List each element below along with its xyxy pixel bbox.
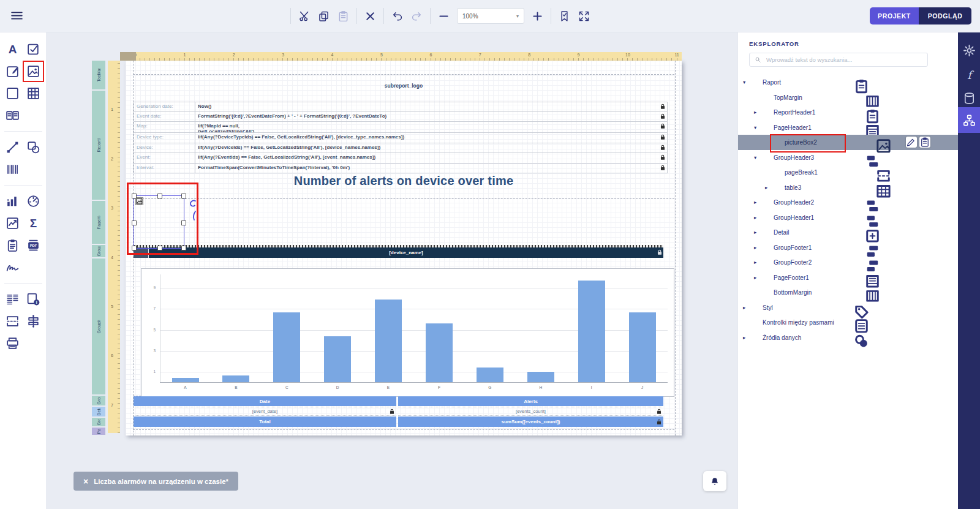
param-row[interactable]: Device type:Iif(Any(?DeviceTypeIds) == F…	[134, 133, 667, 143]
band-label-GroupHeader1[interactable]: GroupHeader1	[92, 396, 105, 405]
fullscreen-button[interactable]	[578, 10, 590, 23]
barcode-tool[interactable]	[5, 162, 20, 177]
shapes-tool[interactable]	[26, 140, 41, 155]
param-expression[interactable]: Iif(Any(?EventIds) == False, GetLocalize…	[195, 153, 667, 163]
resize-handle[interactable]	[132, 246, 137, 251]
subreport-tool[interactable]	[5, 108, 20, 123]
tree-item-pictureBox2[interactable]: pictureBox2	[738, 135, 958, 150]
tree-item-GroupFooter2[interactable]: ▸GroupFooter2	[738, 255, 958, 270]
tree-item-table3[interactable]: ▸table3	[738, 180, 958, 195]
subreport-logo-text[interactable]: subreport_logo	[126, 83, 682, 89]
chevron-right-icon[interactable]: ▸	[754, 245, 756, 251]
resize-handle[interactable]	[157, 194, 162, 198]
event-date-cell[interactable]: [event_date]	[134, 407, 396, 416]
chevron-down-icon[interactable]: ▾	[754, 155, 756, 160]
notifications-button[interactable]	[703, 471, 726, 491]
richtext-tool[interactable]	[5, 64, 20, 79]
picture-box-selected[interactable]	[134, 195, 184, 249]
tree-item-Kontrolki-między-pasmami[interactable]: Kontrolki między pasmami	[738, 315, 958, 330]
param-row[interactable]: Generation date:Now()	[134, 102, 667, 112]
band-label-ReportHeader1[interactable]: ReportHeader1	[92, 91, 105, 200]
text-tool[interactable]: A	[5, 42, 20, 57]
database-panel-button[interactable]	[962, 91, 976, 105]
band-label-GroupFooter1[interactable]: GroupFooter1	[92, 418, 105, 426]
date-header-cell[interactable]: Date	[134, 396, 396, 406]
preview-tab-button[interactable]: PODGLĄD	[919, 7, 971, 25]
sum-tool[interactable]: Σ	[26, 216, 41, 231]
param-expression[interactable]: Iif(Any(?DeviceTypeIds) == False, GetLoc…	[195, 133, 667, 143]
zoom-out-button[interactable]	[437, 10, 450, 23]
resize-handle[interactable]	[181, 246, 186, 251]
cut-button[interactable]	[298, 10, 311, 23]
band-label-TopMargin[interactable]: TopMargin	[92, 61, 105, 89]
resize-handle[interactable]	[157, 246, 162, 251]
functions-panel-button[interactable]: f	[962, 68, 976, 82]
chevron-right-icon[interactable]: ▸	[754, 200, 756, 205]
chevron-right-icon[interactable]: ▸	[754, 110, 756, 115]
param-expression[interactable]: Iif(?MapId == null, GetLocalizedString('…	[195, 122, 667, 132]
tree-item-GroupHeader3[interactable]: ▾GroupHeader3	[738, 150, 958, 165]
param-row[interactable]: Interval:FormatTimeSpan(ConvertMinutesTo…	[134, 164, 667, 173]
chevron-down-icon[interactable]: ▾	[754, 125, 756, 130]
chevron-right-icon[interactable]: ▸	[754, 275, 756, 281]
tree-item-BottomMargin[interactable]: BottomMargin	[738, 285, 958, 300]
resize-handle[interactable]	[181, 221, 186, 225]
zoom-select[interactable]: 100%▾	[457, 8, 524, 24]
list-tool[interactable]	[5, 292, 20, 307]
zoom-in-button[interactable]	[531, 10, 544, 23]
tree-item-pageBreak1[interactable]: pageBreak1	[738, 165, 958, 180]
tree-item-ReportHeader1[interactable]: ▸ReportHeader1	[738, 105, 958, 120]
tree-item-Źródła-danych[interactable]: ▸Źródła danych	[738, 330, 958, 345]
doc-check-button[interactable]	[558, 10, 571, 23]
tree-item-GroupFooter1[interactable]: ▸GroupFooter1	[738, 240, 958, 255]
device-name-band[interactable]: [device_name]	[134, 247, 663, 258]
band-label-GroupHeader2[interactable]: GroupHeader2	[92, 258, 105, 394]
chevron-right-icon[interactable]: ▸	[765, 185, 767, 190]
param-expression[interactable]: FormatString('{0:d}',?EventDateFrom) + '…	[195, 112, 667, 121]
param-row[interactable]: Event:Iif(Any(?EventIds) == False, GetLo…	[134, 153, 667, 164]
alerts-header-cell[interactable]: Alerts	[398, 396, 663, 406]
resize-handle[interactable]	[132, 194, 137, 198]
total-label-cell[interactable]: Total	[134, 417, 396, 427]
total-sum-cell[interactable]: sumSum([events_count])	[398, 417, 663, 427]
chevron-right-icon[interactable]: ▸	[754, 230, 756, 235]
settings-panel-button[interactable]	[962, 43, 976, 58]
tree-item-GroupHeader1[interactable]: ▸GroupHeader1	[738, 210, 958, 225]
band-label-Detail[interactable]: Detail	[92, 407, 105, 417]
param-expression[interactable]: Now()	[195, 102, 667, 111]
panel-tool[interactable]	[5, 86, 20, 101]
tree-item-GroupHeader2[interactable]: ▸GroupHeader2	[738, 195, 958, 210]
sparkline-tool[interactable]	[5, 216, 20, 231]
report-title-text[interactable]: Number of alerts on device over time	[126, 174, 682, 188]
tree-item-Raport[interactable]: ▾Raport	[738, 75, 958, 90]
chevron-right-icon[interactable]: ▸	[743, 305, 745, 311]
resize-handle[interactable]	[132, 221, 137, 225]
summary-data-row[interactable]: [event_date] [events_count]	[134, 407, 663, 416]
chevron-right-icon[interactable]: ▸	[743, 335, 745, 341]
band-label-PageFooter1[interactable]: PageFooter1	[92, 428, 105, 435]
device-name-field[interactable]: [device_name]	[149, 250, 663, 255]
tree-item-PageHeader1[interactable]: ▾PageHeader1	[738, 120, 958, 135]
chevron-down-icon[interactable]: ▾	[743, 80, 745, 85]
param-expression[interactable]: FormatTimeSpan(ConvertMinutesToTimeSpan(…	[195, 164, 667, 173]
resize-handle[interactable]	[181, 194, 186, 198]
tree-item-Styl[interactable]: ▸Styl	[738, 300, 958, 315]
close-icon[interactable]: ×	[83, 477, 88, 486]
signature-tool[interactable]	[5, 260, 20, 275]
param-row[interactable]: Map:Iif(?MapId == null, GetLocalizedStri…	[134, 122, 667, 133]
redo-button[interactable]	[410, 10, 423, 23]
bar-chart-object[interactable]: 13579ABCDEFGHIJ	[141, 268, 674, 397]
menu-button[interactable]	[9, 8, 24, 23]
copy-button[interactable]	[317, 10, 330, 23]
chevron-right-icon[interactable]: ▸	[754, 215, 756, 221]
report-page[interactable]: subreport_logo Generation date:Now()Even…	[126, 61, 682, 435]
printer-tool[interactable]	[5, 336, 20, 351]
design-canvas[interactable]: 01234567891011 1234567 TopMarginReportHe…	[46, 32, 737, 509]
tree-item-PageFooter1[interactable]: ▸PageFooter1	[738, 270, 958, 285]
summary-total-row[interactable]: Total sumSum([events_count])	[134, 417, 663, 427]
summary-header-row[interactable]: Date Alerts	[134, 396, 663, 406]
search-input[interactable]	[765, 56, 922, 64]
pagebreak-tool[interactable]	[5, 314, 20, 329]
events-count-cell[interactable]: [events_count]	[398, 407, 663, 416]
paste-element-button[interactable]	[919, 137, 930, 148]
